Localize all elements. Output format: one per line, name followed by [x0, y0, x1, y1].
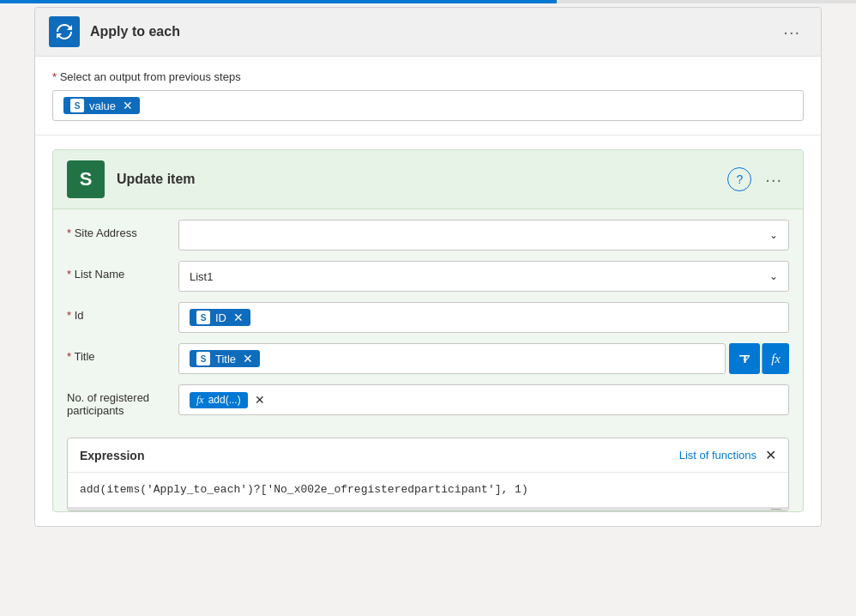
id-input[interactable]: S ID ✕ — [178, 302, 789, 333]
fx-icon: fx — [771, 352, 781, 366]
apply-icon-box — [49, 16, 80, 47]
expression-close-button[interactable]: ✕ — [765, 447, 776, 463]
title-input[interactable]: S Title ✕ — [178, 343, 726, 374]
title-token: S Title ✕ — [190, 350, 260, 367]
list-name-row: List Name List1 ⌄ — [67, 261, 789, 292]
expression-bottom: — — [68, 507, 788, 510]
participants-token-label: add(...) — [208, 394, 241, 406]
site-address-row: Site Address ⌄ — [67, 220, 789, 251]
list-name-control: List1 ⌄ — [178, 261, 789, 292]
update-icon-box: S — [67, 160, 105, 198]
list-name-label: List Name — [67, 261, 178, 281]
form-body: Site Address ⌄ List Name List1 ⌄ — [53, 209, 803, 438]
value-token: S value ✕ — [63, 97, 140, 114]
title-action-buttons: fx — [729, 343, 789, 374]
progress-bar-fill — [0, 0, 557, 3]
title-expression-button[interactable]: fx — [762, 343, 789, 374]
site-address-control: ⌄ — [178, 220, 789, 251]
expression-label: Expression — [80, 449, 679, 462]
id-token-label: ID — [215, 311, 226, 324]
list-name-value: List1 — [190, 270, 769, 283]
participants-control: fx add(...) ✕ — [178, 384, 789, 415]
id-label: Id — [67, 302, 178, 322]
site-address-label: Site Address — [67, 220, 178, 239]
sharepoint-icon-letter: S — [80, 168, 93, 190]
main-container: Apply to each ··· Select an output from … — [0, 0, 856, 616]
apply-header: Apply to each ··· — [35, 8, 821, 57]
token-label: value — [89, 100, 116, 112]
participants-token-remove[interactable]: ✕ — [255, 393, 265, 407]
id-control: S ID ✕ — [178, 302, 789, 333]
update-more-options-button[interactable]: ··· — [758, 166, 789, 193]
list-functions-link[interactable]: List of functions — [679, 449, 757, 462]
token-icon: S — [70, 99, 84, 112]
update-header: S Update item ? ··· — [53, 150, 803, 209]
id-token: S ID ✕ — [190, 309, 250, 326]
expression-editor: Expression List of functions ✕ add(items… — [67, 438, 789, 511]
update-help-button[interactable]: ? — [727, 167, 751, 191]
site-address-chevron-icon: ⌄ — [769, 229, 778, 241]
apply-to-each-card: Apply to each ··· Select an output from … — [34, 7, 822, 527]
update-title: Update item — [117, 172, 727, 187]
participants-input[interactable]: fx add(...) ✕ — [178, 384, 789, 415]
select-output-label: Select an output from previous steps — [52, 70, 804, 83]
list-name-chevron-icon: ⌄ — [769, 270, 778, 282]
update-item-card: S Update item ? ··· Site Address ⌄ — [52, 149, 804, 512]
apply-more-options-button[interactable]: ··· — [776, 19, 807, 45]
site-address-dropdown[interactable]: ⌄ — [178, 220, 789, 251]
expression-content[interactable]: add(items('Apply_to_each')?['No_x002e_of… — [68, 473, 788, 507]
loop-icon — [56, 23, 73, 40]
list-name-dropdown[interactable]: List1 ⌄ — [178, 261, 789, 292]
title-token-icon: S — [196, 352, 210, 365]
title-token-label: Title — [215, 353, 236, 365]
participants-fx-token: fx add(...) — [190, 392, 248, 408]
title-row: Title S Title ✕ — [67, 343, 789, 374]
apply-title: Apply to each — [90, 24, 776, 39]
title-control: S Title ✕ — [178, 343, 789, 374]
drag-handle-icon: — — [771, 503, 781, 511]
participants-label: No. of registered participants — [67, 384, 178, 417]
select-output-input[interactable]: S value ✕ — [52, 90, 804, 121]
title-format-button[interactable] — [729, 343, 760, 374]
title-input-group: S Title ✕ — [178, 343, 789, 374]
expression-header: Expression List of functions ✕ — [68, 438, 788, 473]
value-token-remove[interactable]: ✕ — [123, 99, 133, 112]
participants-row: No. of registered participants fx add(..… — [67, 384, 789, 417]
format-icon — [738, 352, 751, 365]
title-label: Title — [67, 343, 178, 363]
select-output-section: Select an output from previous steps S v… — [35, 57, 821, 136]
id-token-remove[interactable]: ✕ — [233, 311, 244, 324]
id-row: Id S ID ✕ — [67, 302, 789, 333]
id-token-icon: S — [196, 311, 210, 324]
progress-bar — [0, 0, 856, 3]
title-token-remove[interactable]: ✕ — [243, 352, 253, 365]
